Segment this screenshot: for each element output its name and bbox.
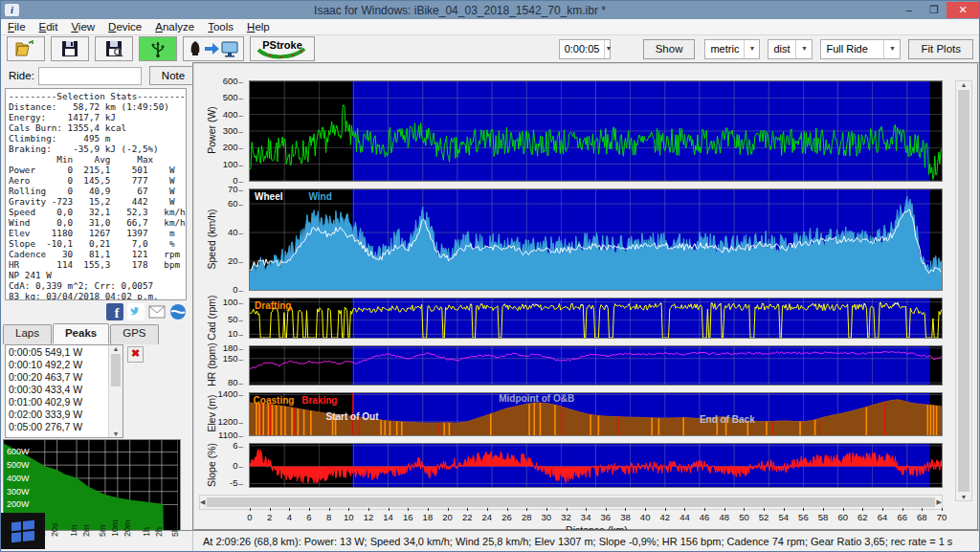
floppy-save-as-icon xyxy=(104,39,123,58)
slope-plot-row: Slope (%)60-5 xyxy=(194,443,977,488)
peaks-list-item[interactable]: 0:01:00 402,9 W xyxy=(9,396,108,408)
time-window-value: 0:00:05 xyxy=(560,43,605,55)
peaks-list-item[interactable]: 0:00:05 549,1 W xyxy=(9,346,108,359)
elevation-tick: 1100 xyxy=(218,430,243,440)
x-axis-tick: 52 xyxy=(759,512,769,522)
ride-label: Ride: xyxy=(9,70,34,81)
power-tick: 300 xyxy=(223,125,243,136)
menu-item-device[interactable]: Device xyxy=(101,21,148,33)
hr-plot[interactable] xyxy=(249,345,943,386)
open-file-button[interactable] xyxy=(7,36,45,61)
menu-item-tools[interactable]: Tools xyxy=(201,21,240,33)
x-axis-tick: 4 xyxy=(287,512,292,522)
peaks-list-item[interactable]: 0:00:20 463,7 W xyxy=(9,371,108,384)
peaks-list-item[interactable]: 0:05:00 276,7 W xyxy=(9,421,108,433)
windows-start-button[interactable] xyxy=(1,513,45,549)
xaxis-mode-value: dist xyxy=(768,43,795,55)
title-bar[interactable]: i Isaac for Windows: iBike_04_03_2018_15… xyxy=(1,1,979,19)
x-axis-tick: 60 xyxy=(837,512,848,522)
speed-tick: 20 xyxy=(228,255,243,266)
facebook-icon[interactable]: f xyxy=(106,303,123,320)
ride-name-input[interactable] xyxy=(38,67,142,85)
scroll-right-icon[interactable]: ▶ xyxy=(937,498,942,506)
menu-item-view[interactable]: View xyxy=(64,21,101,33)
note-button[interactable]: Note xyxy=(149,66,197,85)
scroll-thumb[interactable] xyxy=(207,497,934,507)
elevation-plot[interactable]: CoastingBrakingStart of OutMidpoint of O… xyxy=(249,392,943,436)
pd-x-label: 10m xyxy=(110,519,120,537)
peaks-list-item[interactable]: 0:02:00 333,9 W xyxy=(9,408,108,421)
cadence-tick: 100 xyxy=(223,297,243,307)
time-window-select[interactable]: 0:00:05 ▼ xyxy=(559,39,611,59)
peaks-scrollbar[interactable]: ▲ ▼ xyxy=(108,345,122,437)
horizontal-scrollbar[interactable]: ◀ ▶ xyxy=(199,495,943,510)
twitter-icon[interactable] xyxy=(127,303,145,320)
send-to-device-button[interactable] xyxy=(183,36,244,61)
peaks-list-item[interactable]: 0:00:10 492,2 W xyxy=(9,359,108,371)
scroll-down-icon[interactable]: ▼ xyxy=(961,494,968,500)
x-axis-tick: 54 xyxy=(778,512,789,522)
range-select[interactable]: Full Ride ▼ xyxy=(820,39,901,59)
menu-item-file[interactable]: File xyxy=(1,21,33,33)
pd-x-label: 20m xyxy=(122,519,132,537)
tab-laps[interactable]: Laps xyxy=(3,324,52,344)
chevron-down-icon: ▼ xyxy=(883,40,900,58)
xaxis-mode-select[interactable]: dist ▼ xyxy=(768,39,813,59)
x-axis-tick: 2 xyxy=(267,512,272,522)
google-earth-icon[interactable] xyxy=(169,303,187,320)
show-button[interactable]: Show xyxy=(643,39,696,59)
scroll-thumb[interactable] xyxy=(111,354,121,386)
hr-tick: 150 xyxy=(223,353,243,364)
peaks-list-item[interactable]: 0:00:30 433,4 W xyxy=(9,384,108,396)
minimize-button[interactable]: – xyxy=(897,2,922,18)
menu-item-help[interactable]: Help xyxy=(240,21,277,33)
menu-item-analyze[interactable]: Analyze xyxy=(148,21,201,33)
fit-plots-button[interactable]: Fit Plots xyxy=(908,39,973,59)
scroll-up-icon[interactable]: ▲ xyxy=(961,81,968,88)
pd-x-label: 1m xyxy=(69,524,78,537)
elevation-label-coasting: Coasting xyxy=(254,395,295,406)
power-plot[interactable] xyxy=(249,80,943,182)
email-icon[interactable] xyxy=(148,303,166,320)
pd-y-label: 300W xyxy=(7,487,30,497)
cadence-tick: 10 xyxy=(228,328,243,339)
power-axis-label: Power (W) xyxy=(206,97,217,164)
scroll-thumb[interactable] xyxy=(958,90,969,492)
save-button[interactable] xyxy=(51,36,89,61)
speed-plot-row: Speed (km/h)706040200WheelWind xyxy=(194,188,977,291)
cadence-label-drafting: Drafting xyxy=(255,300,291,311)
x-axis: 0246810121416182022242628303234363840424… xyxy=(250,510,944,524)
slope-axis-label: Slope (%) xyxy=(206,431,217,498)
x-axis-tick: 6 xyxy=(306,512,311,522)
tab-peaks[interactable]: Peaks xyxy=(53,323,109,343)
speed-tick: 70 xyxy=(228,184,243,194)
social-icons: f xyxy=(106,303,187,322)
restore-button[interactable]: ❐ xyxy=(922,2,947,18)
vertical-scrollbar[interactable]: ▲ ▼ xyxy=(955,80,972,501)
power-plot-row: Power (W)6005004003002001000 xyxy=(194,80,977,182)
slope-plot[interactable] xyxy=(249,443,943,488)
save-as-button[interactable] xyxy=(95,36,133,61)
pd-y-label: 500W xyxy=(7,460,30,470)
chart-panel: Power (W)6005004003002001000Speed (km/h)… xyxy=(192,62,979,531)
delete-peaks-button[interactable]: ✖ xyxy=(127,346,144,363)
scroll-down-icon[interactable]: ▼ xyxy=(113,431,120,437)
usb-connect-button[interactable] xyxy=(139,36,177,61)
toolbar: PStroke 0:00:05 ▼ Show metric ▼ dist ▼ F… xyxy=(1,35,979,64)
speed-plot[interactable]: WheelWind xyxy=(249,188,943,291)
tab-gps[interactable]: GPS xyxy=(110,324,158,344)
scroll-left-icon[interactable]: ◀ xyxy=(200,498,205,506)
units-select[interactable]: metric ▼ xyxy=(704,39,760,59)
peaks-list[interactable]: 0:00:05 549,1 W0:00:10 492,2 W0:00:20 46… xyxy=(5,344,123,438)
pstroke-button[interactable]: PStroke xyxy=(250,36,315,61)
x-axis-tick: 64 xyxy=(878,512,888,522)
x-axis-tick: 68 xyxy=(917,512,927,522)
menu-item-edit[interactable]: Edit xyxy=(33,21,65,33)
elevation-plot-row: Elev (m)140012001100CoastingBrakingStart… xyxy=(194,392,977,436)
elevation-label-braking: Braking xyxy=(301,395,337,406)
scroll-up-icon[interactable]: ▲ xyxy=(113,345,120,352)
cadence-plot[interactable]: Drafting xyxy=(249,298,943,339)
power-tick: 400 xyxy=(223,109,243,120)
close-button[interactable]: ✕ xyxy=(947,2,979,18)
usb-icon xyxy=(150,39,166,58)
